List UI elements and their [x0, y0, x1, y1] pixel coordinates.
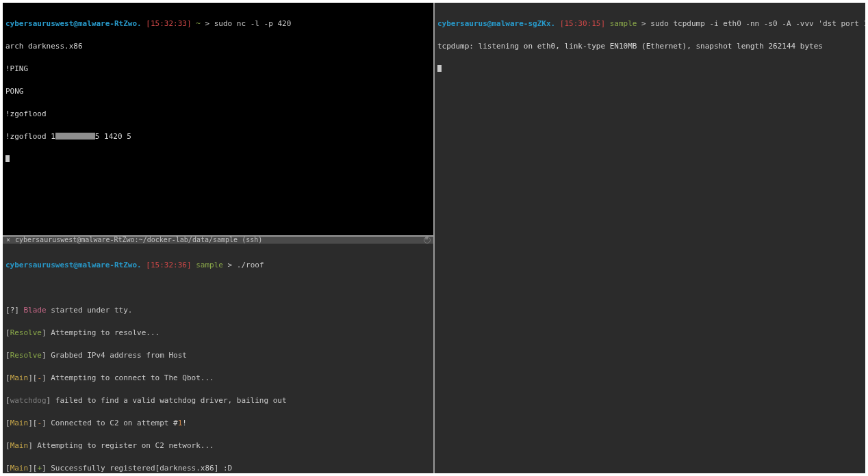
prompt-path: ~ — [196, 19, 201, 28]
prompt-sep: > — [641, 19, 646, 28]
output-line: [Main][-] Attempting to connect to The Q… — [5, 374, 431, 382]
hamburger-icon[interactable] — [424, 237, 431, 243]
output-line: [Main] Attempting to register on C2 netw… — [5, 442, 431, 449]
tag-main: Main — [10, 441, 29, 450]
output-text: 5 1420 5 — [95, 132, 131, 141]
cursor-line — [437, 65, 863, 72]
prompt-sep: > — [228, 261, 233, 269]
prompt-line: cybersauruswest@malware-RtZwo. [15:32:33… — [5, 20, 431, 27]
prompt-user: cybersauruswest@malware-RtZwo. — [5, 261, 142, 269]
output-line: [?] Blade started under tty. — [5, 306, 431, 314]
command-text: sudo tcpdump -i eth0 -nn -s0 -A -vvv 'ds… — [650, 19, 865, 28]
tag-main: Main — [10, 373, 29, 382]
redacted-ip — [55, 133, 95, 140]
cursor-icon — [5, 155, 10, 162]
output-line: [Main][-] Connected to C2 on attempt #1! — [5, 419, 431, 427]
prompt-line: cybersaurus@malware-sgZKx. [15:30:15] sa… — [437, 20, 863, 27]
prompt-time: [15:30:15] — [560, 19, 605, 28]
prompt-path: sample — [196, 261, 223, 269]
prompt-line: cybersauruswest@malware-RtZwo. [15:32:36… — [5, 261, 431, 269]
tab-title[interactable]: cybersauruswest@malware-RtZwo:~/docker-l… — [15, 237, 420, 243]
prompt-user: cybersaurus@malware-sgZKx. — [437, 19, 555, 28]
output-line: [Main][+] Successfully registered[darkne… — [5, 464, 431, 472]
terminal-multiplexer-grid: cybersauruswest@malware-RtZwo. [15:32:33… — [3, 3, 865, 473]
terminal-output: cybersauruswest@malware-RtZwo. [15:32:33… — [3, 3, 433, 181]
prompt-time: [15:32:36] — [146, 261, 191, 269]
pane-right[interactable]: cybersaurus@malware-sgZKx. [15:30:15] sa… — [435, 3, 865, 473]
tag-resolve: Resolve — [10, 328, 42, 337]
prompt-sep: > — [205, 19, 209, 28]
cursor-icon — [437, 65, 442, 72]
tag-main: Main — [10, 419, 29, 427]
output-line: [Resolve] Grabbed IPv4 address from Host — [5, 352, 431, 359]
tag-watchdog: watchdog — [10, 396, 47, 405]
tag-main: Main — [10, 464, 29, 473]
output-line: !PING — [5, 65, 431, 72]
pane-bottom-left[interactable]: × cybersauruswest@malware-RtZwo:~/docker… — [3, 237, 433, 473]
tab-bar: × cybersauruswest@malware-RtZwo:~/docker… — [3, 237, 433, 244]
terminal-output: cybersauruswest@malware-RtZwo. [15:32:36… — [3, 244, 433, 473]
output-line: !zgoflood — [5, 110, 431, 118]
output-line: arch darkness.x86 — [5, 42, 431, 50]
tag-resolve: Resolve — [10, 351, 42, 360]
command-text: sudo nc -l -p 420 — [214, 19, 292, 28]
blank-line — [5, 284, 431, 291]
output-line: tcpdump: listening on eth0, link-type EN… — [437, 42, 863, 50]
command-text: ./roof — [237, 261, 264, 269]
prompt-user: cybersauruswest@malware-RtZwo. — [5, 19, 142, 28]
output-line: !zgoflood 15 1420 5 — [5, 133, 431, 140]
output-text: !zgoflood 1 — [5, 132, 55, 141]
pane-top-left[interactable]: cybersauruswest@malware-RtZwo. [15:32:33… — [3, 3, 433, 235]
prompt-path: sample — [610, 19, 637, 28]
close-icon[interactable]: × — [5, 237, 11, 243]
cursor-line — [5, 155, 431, 163]
output-line: [Resolve] Attempting to resolve... — [5, 329, 431, 336]
output-line: PONG — [5, 88, 431, 95]
tag-blade: Blade — [24, 306, 47, 315]
prompt-time: [15:32:33] — [146, 19, 191, 28]
output-line: [watchdog] failed to find a valid watchd… — [5, 397, 431, 404]
window-frame: cybersauruswest@malware-RtZwo. [15:32:33… — [0, 0, 868, 476]
terminal-output: cybersaurus@malware-sgZKx. [15:30:15] sa… — [435, 3, 865, 90]
